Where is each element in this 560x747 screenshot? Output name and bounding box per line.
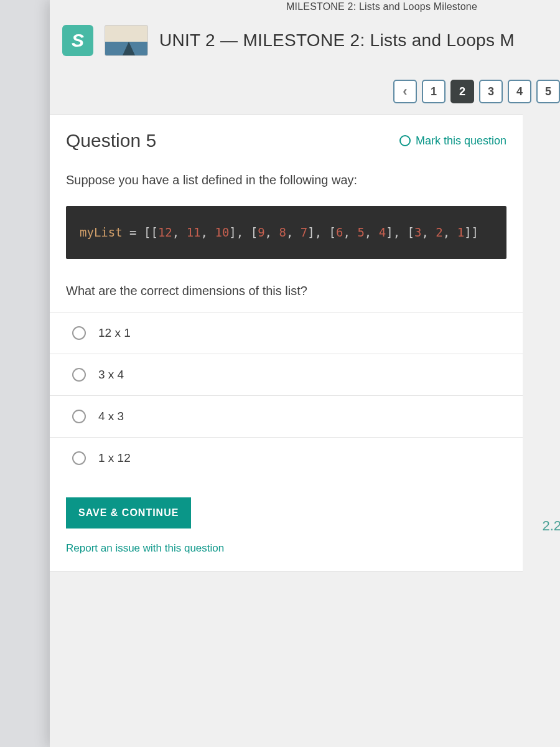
mark-question-label: Mark this question — [416, 134, 506, 148]
question-pager: ‹12345 — [50, 68, 560, 115]
unit-title: UNIT 2 — MILESTONE 2: Lists and Loops M — [159, 31, 515, 50]
pager-page-1[interactable]: 1 — [422, 80, 446, 103]
report-issue-link[interactable]: Report an issue with this question — [50, 536, 240, 571]
pager-page-3[interactable]: 3 — [479, 80, 503, 103]
breadcrumb: MILESTONE 2: Lists and Loops Milestone — [50, 0, 560, 19]
answer-option-label: 1 x 12 — [98, 451, 131, 465]
answer-option-label: 4 x 3 — [98, 410, 124, 423]
answer-option-0[interactable]: 12 x 1 — [50, 312, 523, 354]
code-block: myList = [[12, 11, 10], [9, 8, 7], [6, 5… — [66, 206, 506, 259]
pager-prev-button[interactable]: ‹ — [393, 80, 417, 103]
radio-icon — [72, 368, 86, 382]
radio-icon — [72, 410, 86, 423]
answer-options: 12 x 13 x 44 x 31 x 12 — [50, 312, 523, 479]
mark-question-button[interactable]: Mark this question — [399, 134, 506, 148]
answer-option-3[interactable]: 1 x 12 — [50, 438, 523, 479]
save-continue-button[interactable]: SAVE & CONTINUE — [66, 497, 191, 529]
pager-page-4[interactable]: 4 — [508, 80, 531, 103]
answer-option-label: 12 x 1 — [98, 326, 131, 340]
app-logo: S — [62, 25, 93, 56]
question-prompt: Suppose you have a list defined in the f… — [50, 155, 523, 195]
answer-option-2[interactable]: 4 x 3 — [50, 396, 523, 438]
pager-page-5[interactable]: 5 — [536, 80, 560, 103]
radio-icon — [72, 326, 86, 340]
answer-option-1[interactable]: 3 x 4 — [50, 354, 523, 396]
question-card: Question 5 Mark this question Suppose yo… — [50, 115, 523, 571]
header: S UNIT 2 — MILESTONE 2: Lists and Loops … — [50, 19, 560, 68]
mark-circle-icon — [399, 135, 411, 146]
course-thumbnail — [105, 25, 148, 56]
radio-icon — [72, 451, 86, 465]
question-followup: What are the correct dimensions of this … — [50, 265, 523, 312]
pager-page-2[interactable]: 2 — [450, 80, 474, 103]
side-number: 2.2 — [542, 518, 560, 534]
question-title: Question 5 — [66, 130, 156, 151]
answer-option-label: 3 x 4 — [98, 368, 124, 382]
